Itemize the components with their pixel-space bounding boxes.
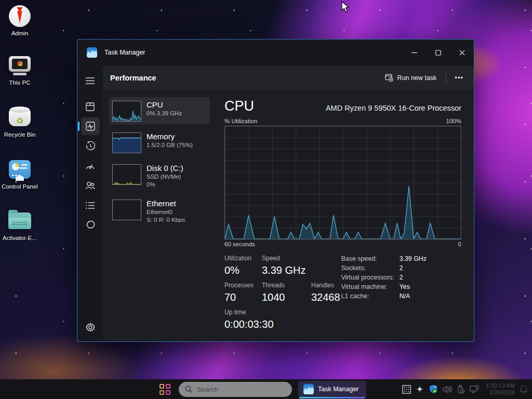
search-input[interactable] (197, 385, 275, 393)
processes-icon (86, 102, 95, 111)
axis-label-60s: 60 seconds (224, 241, 255, 247)
mouse-cursor (341, 1, 351, 14)
taskbar-clock[interactable]: 1:50:13 AM 1/26/2026 (486, 382, 515, 396)
desktop-icon-label: Activator-E... (3, 235, 37, 242)
navigation-rail (77, 65, 103, 341)
recycle-bin-icon: ♻ (8, 105, 32, 129)
usb-eject-icon[interactable] (457, 385, 465, 394)
sidebar-item-processes[interactable] (81, 98, 100, 115)
command-bar: Performance Run new task ••• (103, 65, 474, 90)
admin-user-icon (8, 4, 32, 28)
processor-name: AMD Ryzen 9 5950X 16-Core Processor (326, 104, 461, 114)
search-icon (185, 385, 193, 393)
perf-item-sub: Ethernet0 (147, 208, 185, 216)
minimize-button[interactable] (402, 39, 426, 65)
cpu-spec-details: Base speed: 3.39 GHz Sockets: 2 Virtual … (340, 255, 461, 331)
desktop-icon-recycle-bin[interactable]: ♻ Recycle Bin (0, 105, 39, 138)
page-title: Performance (110, 74, 156, 82)
desktop-icon-admin[interactable]: Admin (0, 4, 39, 37)
sidebar-item-services[interactable] (81, 216, 100, 234)
speedometer-icon (85, 162, 95, 170)
window-titlebar[interactable]: Task Manager (77, 39, 474, 65)
sidebar-item-performance[interactable] (81, 117, 100, 135)
settings-gear-icon (86, 323, 95, 332)
taskbar-search[interactable] (179, 382, 292, 397)
desktop-icon-label: Control Panel (2, 183, 38, 190)
sidebar-item-startup-apps[interactable] (81, 157, 100, 175)
start-icon (159, 384, 170, 395)
perf-item-sub2: 0% (147, 181, 183, 189)
cpu-mini-chart (112, 101, 141, 122)
stat-label: Processes (224, 282, 262, 289)
desktop-icon-label: Recycle Bin (4, 131, 36, 138)
start-button[interactable] (157, 381, 172, 397)
spec-label: Virtual machine: (341, 283, 400, 291)
ellipsis-icon: ••• (455, 74, 463, 82)
clock-date: 1/26/2026 (486, 389, 515, 396)
spec-value: 2 (400, 264, 403, 272)
spec-label: Sockets: (341, 264, 400, 272)
spec-value: Yes (400, 283, 410, 291)
sidebar-item-settings[interactable] (81, 318, 100, 336)
stat-value-processes: 70 (224, 290, 262, 304)
axis-label-100pct: 100% (446, 118, 461, 124)
touch-keyboard-icon[interactable] (402, 385, 411, 394)
sparkle-tray-icon[interactable] (416, 385, 424, 393)
more-options-button[interactable]: ••• (449, 72, 469, 84)
notifications-bell-icon[interactable] (520, 385, 528, 394)
stat-label: Speed (262, 255, 305, 262)
desktop-icon-label: This PC (9, 79, 31, 86)
perf-item-sub2: S: 0 R: 0 Kbps (147, 216, 185, 224)
perf-item-name: Disk 0 (C:) (147, 163, 183, 173)
cpu-detail-pane: CPU AMD Ryzen 9 5950X 16-Core Processor … (213, 90, 474, 341)
command-bar-divider (446, 72, 446, 84)
perf-item-name: Ethernet (147, 198, 185, 208)
performance-icon (86, 122, 95, 131)
spec-value: N/A (400, 292, 410, 300)
desktop-icon-this-pc[interactable]: This PC (0, 54, 39, 86)
perf-item-name: Memory (147, 131, 193, 141)
window-title: Task Manager (104, 49, 145, 56)
taskbar: Task Manager (0, 379, 532, 399)
history-clock-icon (86, 141, 95, 151)
stat-value-uptime: 0:00:03:30 (224, 317, 340, 331)
perf-item-ethernet[interactable]: Ethernet Ethernet0 S: 0 R: 0 Kbps (109, 196, 210, 227)
taskbar-app-task-manager[interactable]: Task Manager (298, 381, 366, 398)
volume-icon[interactable] (443, 385, 452, 393)
perf-item-disk[interactable]: Disk 0 (C:) SSD (NVMe) 0% (109, 161, 210, 191)
desktop-icon-label: Admin (11, 30, 29, 37)
computer-icon (8, 54, 32, 77)
task-manager-app-icon (87, 47, 97, 58)
run-new-task-button[interactable]: Run new task (379, 70, 443, 85)
spec-label: L1 cache: (341, 292, 400, 300)
perf-item-memory[interactable]: Memory 1.5/2.0 GB (75%) (109, 129, 210, 156)
run-new-task-label: Run new task (397, 74, 437, 82)
desktop-icon-control-panel[interactable]: Control Panel (0, 157, 39, 190)
task-manager-window: Task Manager (77, 39, 474, 342)
clock-time: 1:50:13 AM (486, 382, 515, 389)
desktop-icon-activator[interactable]: Activator-E... (0, 209, 39, 242)
details-list-icon (86, 202, 95, 209)
memory-mini-chart (112, 132, 141, 153)
axis-label-0: 0 (458, 241, 461, 247)
cpu-title: CPU (224, 98, 254, 114)
sidebar-item-users[interactable] (81, 177, 100, 194)
nav-menu-toggle[interactable] (81, 72, 100, 89)
close-button[interactable] (450, 39, 474, 65)
axis-label-utilization: % Utilization (224, 118, 257, 124)
spec-label: Base speed: (341, 255, 400, 263)
network-icon[interactable] (470, 385, 479, 393)
stat-label: Handles (311, 282, 340, 289)
cpu-stats: Utilization 0% Speed 3.39 GHz (224, 255, 461, 331)
stat-value-threads: 1040 (262, 290, 311, 304)
control-panel-icon (8, 157, 32, 181)
sidebar-item-details[interactable] (81, 196, 100, 214)
maximize-button[interactable] (426, 39, 450, 65)
perf-item-cpu[interactable]: CPU 0% 3.39 GHz (109, 97, 210, 124)
stat-value-handles: 32468 (311, 290, 340, 304)
stat-label: Threads (262, 282, 311, 289)
perf-item-sub: SSD (NVMe) (147, 173, 183, 181)
new-task-icon (385, 74, 393, 82)
sidebar-item-app-history[interactable] (81, 137, 100, 155)
windows-security-icon[interactable] (429, 384, 438, 394)
